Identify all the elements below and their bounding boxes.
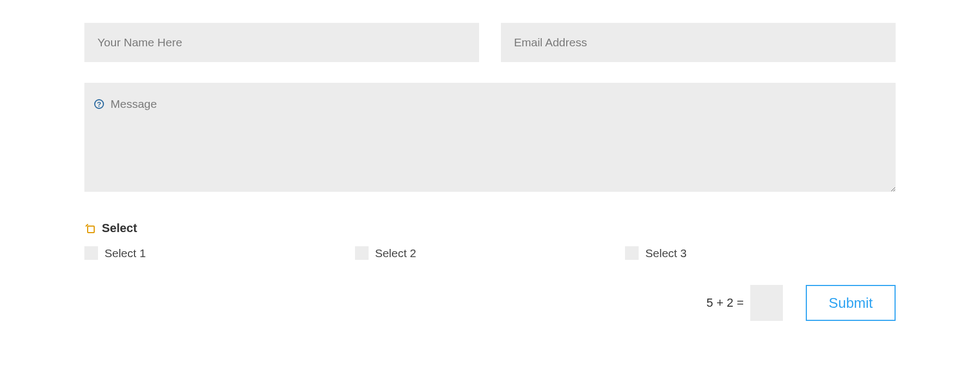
svg-rect-0 [88, 226, 94, 233]
checkbox-1-label: Select 1 [105, 247, 146, 260]
checkbox-2[interactable] [355, 246, 369, 260]
captcha-input[interactable] [750, 285, 783, 321]
select-title: Select [102, 221, 137, 235]
message-field-wrap: ? [84, 83, 896, 194]
name-input[interactable] [84, 23, 479, 62]
select-options-row: Select 1 Select 2 Select 3 [84, 246, 896, 260]
form-footer-row: 5 + 2 = Submit [84, 285, 896, 321]
select-section: Select Select 1 Select 2 Select 3 [84, 221, 896, 260]
select-arrow-icon [84, 223, 95, 234]
captcha: 5 + 2 = [707, 285, 783, 321]
select-header: Select [84, 221, 896, 235]
checkbox-1[interactable] [84, 246, 98, 260]
checkbox-3-label: Select 3 [645, 247, 687, 260]
contact-form: ? Select Select 1 Select 2 [84, 23, 896, 321]
select-option-1[interactable]: Select 1 [84, 246, 355, 260]
email-input[interactable] [501, 23, 896, 62]
help-icon[interactable]: ? [94, 99, 104, 109]
submit-button[interactable]: Submit [806, 285, 896, 321]
checkbox-3[interactable] [625, 246, 639, 260]
captcha-question: 5 + 2 = [707, 296, 744, 310]
checkbox-2-label: Select 2 [375, 247, 416, 260]
select-option-3[interactable]: Select 3 [625, 246, 896, 260]
select-option-2[interactable]: Select 2 [355, 246, 626, 260]
message-textarea[interactable] [84, 83, 896, 192]
top-row [84, 23, 896, 62]
